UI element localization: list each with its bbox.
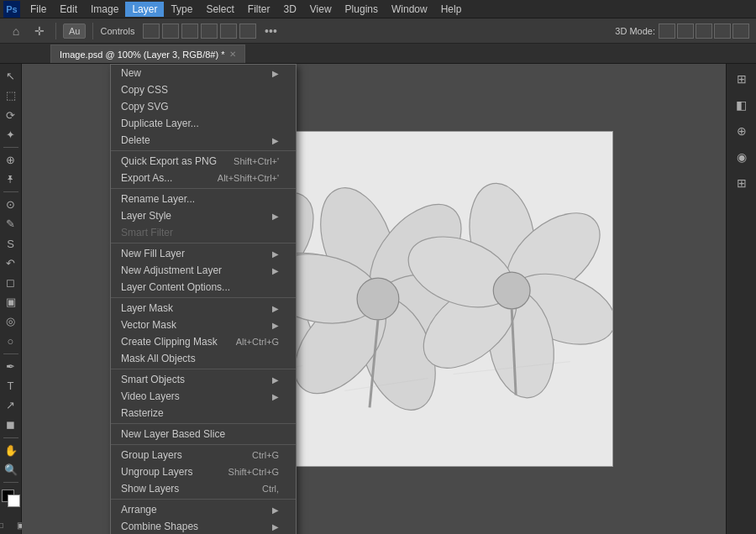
- history-tool[interactable]: ↶: [2, 254, 20, 272]
- menu-item-new-fill-label: New Fill Layer: [121, 248, 272, 259]
- menu-window[interactable]: Window: [385, 2, 434, 17]
- more-icon[interactable]: •••: [261, 22, 280, 40]
- eyedropper-tool[interactable]: 🖈: [2, 170, 20, 188]
- menu-plugins[interactable]: Plugins: [339, 2, 385, 17]
- quick-select-tool[interactable]: ✦: [2, 126, 20, 144]
- 3d-btn-1[interactable]: [659, 24, 675, 39]
- home-icon[interactable]: ⌂: [7, 22, 25, 40]
- move-tool[interactable]: ↖: [2, 67, 20, 85]
- right-panel: ⊞ ◧ ⊕ ◉ ⊞: [726, 64, 756, 534]
- menu-item-layer-style[interactable]: Layer Style ▶: [111, 207, 296, 224]
- menu-item-group-layers[interactable]: Group Layers Ctrl+G: [111, 447, 296, 463]
- menu-item-vector-mask[interactable]: Vector Mask ▶: [111, 317, 296, 333]
- sep2: [92, 23, 93, 39]
- tab-close-icon[interactable]: ✕: [229, 50, 236, 59]
- menu-view[interactable]: View: [303, 2, 339, 17]
- menu-item-arrange[interactable]: Arrange ▶: [111, 501, 296, 518]
- 3d-btn-5[interactable]: [732, 24, 749, 39]
- crop-tool[interactable]: ⊕: [2, 151, 20, 169]
- menu-select[interactable]: Select: [199, 2, 240, 17]
- menu-item-copy-svg[interactable]: Copy SVG: [111, 98, 296, 115]
- gradient-tool[interactable]: ▣: [2, 293, 20, 311]
- menu-filter[interactable]: Filter: [241, 2, 277, 17]
- menu-item-vector-mask-label: Vector Mask: [121, 319, 272, 331]
- stamp-tool[interactable]: S: [2, 235, 20, 253]
- menu-item-export-as-label: Export As...: [121, 172, 201, 184]
- document-tab[interactable]: Image.psd @ 100% (Layer 3, RGB/8#) * ✕: [50, 44, 245, 63]
- menu-item-new-layer-based-slice[interactable]: New Layer Based Slice: [111, 426, 296, 442]
- menu-item-create-clipping-mask[interactable]: Create Clipping Mask Alt+Ctrl+G: [111, 333, 296, 350]
- control-btn-4[interactable]: [201, 24, 218, 39]
- menu-item-video-label: Video Layers: [121, 390, 272, 402]
- menu-item-combine-shapes[interactable]: Combine Shapes ▶: [111, 518, 296, 534]
- control-btn-1[interactable]: [143, 24, 160, 39]
- control-btn-2[interactable]: [162, 24, 179, 39]
- panel-icon-4[interactable]: ◉: [730, 145, 753, 169]
- panel-icon-3[interactable]: ⊕: [730, 119, 753, 143]
- panel-icon-2[interactable]: ◧: [730, 93, 753, 117]
- select-tool[interactable]: ⬚: [2, 86, 20, 104]
- menu-item-mask-all-objects[interactable]: Mask All Objects: [111, 350, 296, 367]
- menu-item-show-label: Show Layers: [121, 483, 245, 495]
- menu-item-smart-obj-label: Smart Objects: [121, 374, 272, 385]
- menu-item-delete[interactable]: Delete ▶: [111, 132, 296, 149]
- control-btn-6[interactable]: [239, 24, 256, 39]
- menu-item-export-as[interactable]: Export As... Alt+Shift+Ctrl+': [111, 170, 296, 186]
- 3d-btn-2[interactable]: [677, 24, 694, 39]
- menu-item-layer-mask[interactable]: Layer Mask ▶: [111, 300, 296, 317]
- menu-layer[interactable]: Layer: [125, 2, 164, 17]
- menu-item-duplicate-layer[interactable]: Duplicate Layer...: [111, 115, 296, 132]
- menu-item-clip-label: Create Clipping Mask: [121, 336, 219, 348]
- pen-tool[interactable]: ✒: [2, 358, 20, 375]
- menu-item-new-adjustment-layer[interactable]: New Adjustment Layer ▶: [111, 262, 296, 279]
- dodge-tool[interactable]: ○: [2, 332, 20, 350]
- menu-file[interactable]: File: [24, 2, 53, 17]
- options-bar: ⌂ ✛ Au Controls ••• 3D Mode:: [0, 18, 756, 44]
- eraser-tool[interactable]: ◻: [2, 274, 20, 291]
- menu-item-new-fill-layer[interactable]: New Fill Layer ▶: [111, 245, 296, 262]
- menu-edit[interactable]: Edit: [53, 2, 84, 17]
- background-color[interactable]: [8, 495, 20, 507]
- menu-item-copy-css[interactable]: Copy CSS: [111, 81, 296, 98]
- menu-item-smart-objects[interactable]: Smart Objects ▶: [111, 371, 296, 388]
- panel-icon-5[interactable]: ⊞: [730, 171, 753, 195]
- quick-mask-off[interactable]: □: [0, 516, 10, 534]
- tool-sep-1: [3, 147, 18, 148]
- menu-item-smart-filter: Smart Filter: [111, 224, 296, 241]
- menu-item-ungroup-layers[interactable]: Ungroup Layers Shift+Ctrl+G: [111, 463, 296, 480]
- menu-item-rasterize[interactable]: Rasterize: [111, 405, 296, 421]
- hand-tool[interactable]: ✋: [2, 442, 20, 459]
- menu-item-group-label: Group Layers: [121, 449, 235, 461]
- shape-tool[interactable]: ◼: [2, 416, 20, 433]
- zoom-tool[interactable]: 🔍: [2, 461, 20, 479]
- heal-tool[interactable]: ⊙: [2, 196, 20, 213]
- lasso-tool[interactable]: ⟳: [2, 106, 20, 123]
- 3d-mode-area: 3D Mode:: [615, 24, 749, 39]
- menu-item-layer-content-options[interactable]: Layer Content Options...: [111, 279, 296, 296]
- 3d-btn-3[interactable]: [696, 24, 712, 39]
- type-tool[interactable]: T: [2, 377, 20, 395]
- color-swatches[interactable]: [2, 490, 20, 507]
- auto-btn[interactable]: Au: [63, 24, 86, 39]
- menu-item-new[interactable]: New ▶: [111, 65, 296, 81]
- control-btn-5[interactable]: [220, 24, 237, 39]
- menu-item-quick-export-label: Quick Export as PNG: [121, 155, 217, 167]
- menu-help[interactable]: Help: [434, 2, 469, 17]
- path-tool[interactable]: ↗: [2, 396, 20, 414]
- blur-tool[interactable]: ◎: [2, 312, 20, 330]
- menu-type[interactable]: Type: [164, 2, 199, 17]
- arrow-icon-arrange: ▶: [272, 505, 279, 515]
- control-btn-3[interactable]: [181, 24, 198, 39]
- menu-image[interactable]: Image: [84, 2, 125, 17]
- menu-item-rename-layer[interactable]: Rename Layer...: [111, 191, 296, 207]
- brush-tool[interactable]: ✎: [2, 215, 20, 233]
- menu-3d[interactable]: 3D: [276, 2, 302, 17]
- shortcut-export-as: Alt+Shift+Ctrl+': [218, 173, 279, 183]
- menu-item-mask-all-label: Mask All Objects: [121, 353, 279, 364]
- menu-item-show-layers[interactable]: Show Layers Ctrl,: [111, 480, 296, 497]
- move-icon[interactable]: ✛: [30, 22, 49, 40]
- menu-item-quick-export[interactable]: Quick Export as PNG Shift+Ctrl+': [111, 153, 296, 170]
- 3d-btn-4[interactable]: [714, 24, 731, 39]
- panel-icon-1[interactable]: ⊞: [730, 67, 753, 91]
- menu-item-video-layers[interactable]: Video Layers ▶: [111, 388, 296, 405]
